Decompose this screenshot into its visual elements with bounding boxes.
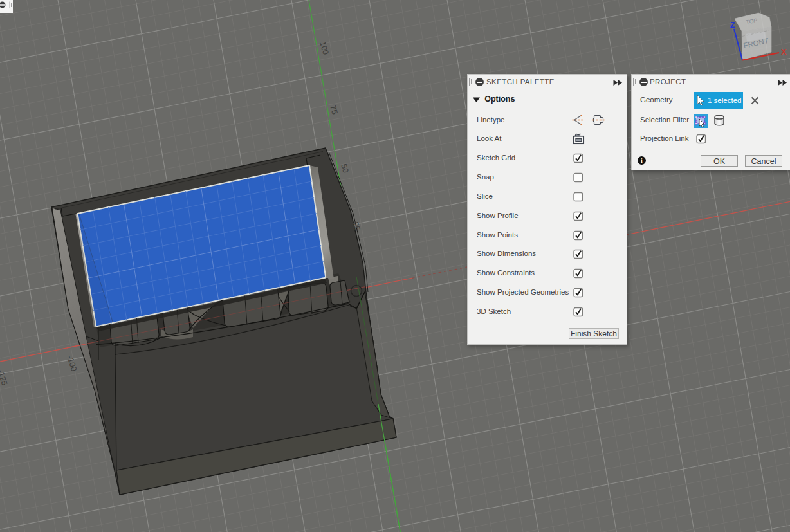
svg-text:X: X xyxy=(781,47,787,57)
svg-text:Z: Z xyxy=(730,20,735,30)
